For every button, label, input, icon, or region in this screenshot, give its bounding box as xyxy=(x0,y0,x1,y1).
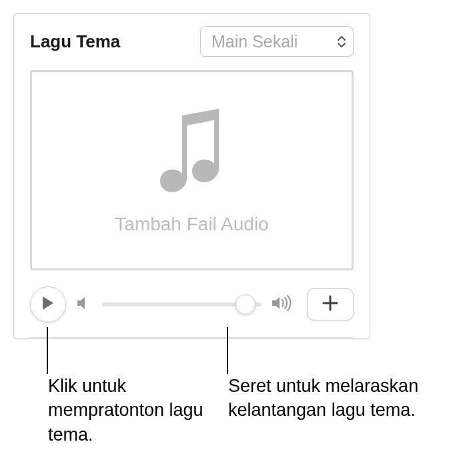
music-note-icon xyxy=(152,105,232,202)
theme-song-panel: Lagu Tema Main Sekali Tambah Fail Audio xyxy=(13,13,370,338)
callout-line xyxy=(47,327,48,374)
callout-volume-text: Seret untuk melaraskan kelantangan lagu … xyxy=(228,374,455,423)
volume-low-icon xyxy=(75,294,93,314)
panel-title: Lagu Tema xyxy=(30,31,120,52)
playback-mode-dropdown[interactable]: Main Sekali xyxy=(200,26,354,57)
panel-header: Lagu Tema Main Sekali xyxy=(14,14,370,65)
play-icon xyxy=(41,296,55,313)
dropzone-label: Tambah Fail Audio xyxy=(115,214,268,235)
add-button[interactable] xyxy=(307,288,354,320)
divider xyxy=(30,337,354,338)
play-button[interactable] xyxy=(30,286,66,322)
callout-line xyxy=(227,327,228,374)
plus-icon xyxy=(322,294,339,314)
audio-dropzone[interactable]: Tambah Fail Audio xyxy=(30,70,354,270)
chevron-up-down-icon xyxy=(337,36,346,47)
callout-play-text: Klik untuk mempratonton lagu tema. xyxy=(48,374,215,447)
volume-slider-thumb[interactable] xyxy=(236,294,256,314)
volume-slider[interactable] xyxy=(102,302,262,306)
dropdown-selected-label: Main Sekali xyxy=(211,32,298,51)
controls-row xyxy=(14,282,370,337)
volume-high-icon xyxy=(271,294,294,314)
